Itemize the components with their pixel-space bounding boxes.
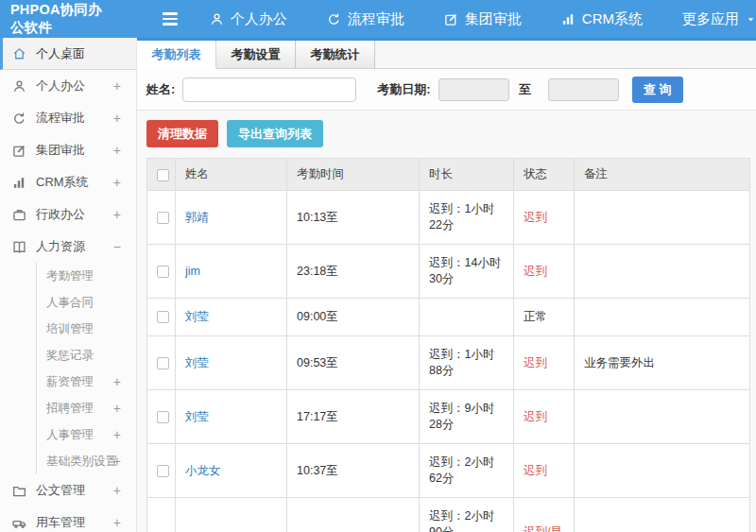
cell-checkbox [147,191,176,245]
cell-checkbox [147,245,176,299]
sidebar-subitem-rewards[interactable]: 奖惩记录 [37,342,136,369]
collapse-toggle[interactable]: − [113,239,121,254]
employee-name-link[interactable]: 刘莹 [185,356,209,369]
select-all-checkbox[interactable] [157,169,169,181]
nav-item-workflow[interactable]: 流程审批 [327,10,404,28]
sidebar-item-admin-office[interactable]: 行政办公 + [0,198,136,231]
employee-name-link[interactable]: 刘莹 [185,410,209,423]
employee-name-link[interactable]: 刘莹 [185,310,209,323]
nav-item-personal-office[interactable]: 个人办公 [210,10,287,28]
expand-toggle[interactable]: + [113,374,121,389]
expand-toggle[interactable]: + [113,483,121,498]
row-checkbox[interactable] [157,357,169,369]
tab-attendance-list[interactable]: 考勤列表 [137,41,216,69]
sidebar-item-label: 流程审批 [36,110,85,127]
table-row: 刘莹 09:00至 正常 [147,299,750,336]
edit-icon [444,12,458,26]
cell-duration: 迟到：14小时30分 [420,245,514,299]
cell-checkbox [147,498,176,532]
sidebar-subitem-salary[interactable]: 薪资管理 + [37,369,136,395]
name-input[interactable] [182,77,356,102]
expand-toggle[interactable]: + [113,175,121,190]
expand-toggle[interactable]: + [113,143,121,158]
sidebar-item-documents[interactable]: 公文管理 + [0,474,136,506]
chart-icon [561,12,576,26]
home-icon [12,46,28,60]
cell-name: 刘莹 [176,336,287,390]
cell-status: 迟到 [514,191,575,245]
sidebar-item-workflow[interactable]: 流程审批 + [0,102,136,134]
tab-attendance-settings[interactable]: 考勤设置 [216,41,296,68]
employee-name-link[interactable]: 郭靖 [185,211,209,224]
attendance-table: 姓名 考勤时间 时长 状态 备注 郭靖 10:13至 迟到：1小时22分 迟到 [146,158,750,532]
sidebar-item-vehicles[interactable]: 用车管理 + [0,506,136,532]
sidebar-item-hr[interactable]: 人力资源 − [0,231,136,263]
sidebar-item-crm[interactable]: CRM系统 + [0,166,136,198]
row-checkbox[interactable] [157,266,169,278]
expand-toggle[interactable]: + [113,207,121,222]
hamburger-menu-icon[interactable] [163,12,178,25]
sidebar-item-label: 个人办公 [36,77,85,94]
cell-time: 10:13至 [287,191,420,245]
sidebar-item-personal-office[interactable]: 个人办公 + [0,70,136,102]
expand-toggle[interactable]: + [113,454,121,469]
header-time: 考勤时间 [287,159,420,191]
sidebar-item-group-approval[interactable]: 集团审批 + [0,134,136,166]
nav-label: CRM系统 [582,10,643,28]
subitem-label: 人事合同 [46,295,94,311]
employee-name-link[interactable]: jim [185,265,200,278]
sidebar-item-label: 人力资源 [36,238,85,255]
expand-toggle[interactable]: + [113,401,121,416]
row-checkbox[interactable] [157,411,169,423]
expand-toggle[interactable]: + [113,111,121,126]
expand-toggle[interactable]: + [113,515,121,530]
sidebar-subitem-training[interactable]: 培训管理 [37,316,136,342]
cell-status: 正常 [514,299,575,336]
header-duration: 时长 [420,159,514,191]
table-row: 小龙女 10:37至 迟到：2小时62分 迟到 [147,444,750,498]
car-icon [12,516,28,530]
cell-name: 小龙女 [176,444,287,498]
cell-time: 17:17至 [287,390,420,444]
subitem-label: 奖惩记录 [46,348,94,364]
sidebar-subitem-personnel[interactable]: 人事管理 + [37,421,136,448]
sidebar-subitem-contracts[interactable]: 人事合同 [37,289,136,316]
nav-item-crm[interactable]: CRM系统 [561,10,643,28]
subitem-label: 考勤管理 [46,268,94,284]
row-checkbox[interactable] [157,465,169,477]
cell-checkbox [147,444,176,498]
table-row: 管理员 10:54至10:54 迟到：2小时90分早退：7小时10分 迟到/早退… [147,498,750,532]
cell-time: 10:37至 [287,444,420,498]
sidebar: 个人桌面 个人办公 + 流程审批 + 集团审批 + CRM系统 + 行政办公 + [0,38,137,532]
sidebar-subitem-recruiting[interactable]: 招聘管理 + [37,395,136,421]
name-label: 姓名: [146,81,175,98]
nav-item-group-approval[interactable]: 集团审批 [444,10,522,28]
main-content: 考勤列表 考勤设置 考勤统计 姓名: 考勤日期: 至 查 询 清理数据 导出查询… [137,38,756,532]
sidebar-subitem-base-category[interactable]: 基础类别设置 + [37,448,136,474]
cell-duration: 迟到：2小时62分 [420,444,514,498]
book-icon [12,240,28,254]
cell-name: 刘莹 [176,390,287,444]
cell-remark [575,245,750,299]
export-list-button[interactable]: 导出查询列表 [227,120,323,147]
filter-bar: 姓名: 考勤日期: 至 查 询 [137,69,756,111]
cell-time: 10:54至10:54 [287,498,420,532]
sidebar-item-label: 公文管理 [36,482,85,499]
date-to-input[interactable] [548,78,619,101]
search-button[interactable]: 查 询 [632,77,683,103]
cell-status: 迟到 [514,444,575,498]
expand-toggle[interactable]: + [113,427,121,442]
cell-status: 迟到 [514,336,575,390]
expand-toggle[interactable]: + [113,78,121,94]
tab-attendance-stats[interactable]: 考勤统计 [296,41,375,68]
nav-item-more-apps[interactable]: 更多应用 [682,10,756,28]
date-from-input[interactable] [438,78,509,101]
clean-data-button[interactable]: 清理数据 [146,120,218,147]
tab-bar: 考勤列表 考勤设置 考勤统计 [137,41,756,69]
row-checkbox[interactable] [157,212,169,224]
sidebar-item-desktop[interactable]: 个人桌面 [0,38,136,70]
table-header-row: 姓名 考勤时间 时长 状态 备注 [147,159,750,191]
employee-name-link[interactable]: 小龙女 [185,464,221,477]
sidebar-subitem-attendance[interactable]: 考勤管理 [37,263,136,289]
row-checkbox[interactable] [157,311,169,323]
